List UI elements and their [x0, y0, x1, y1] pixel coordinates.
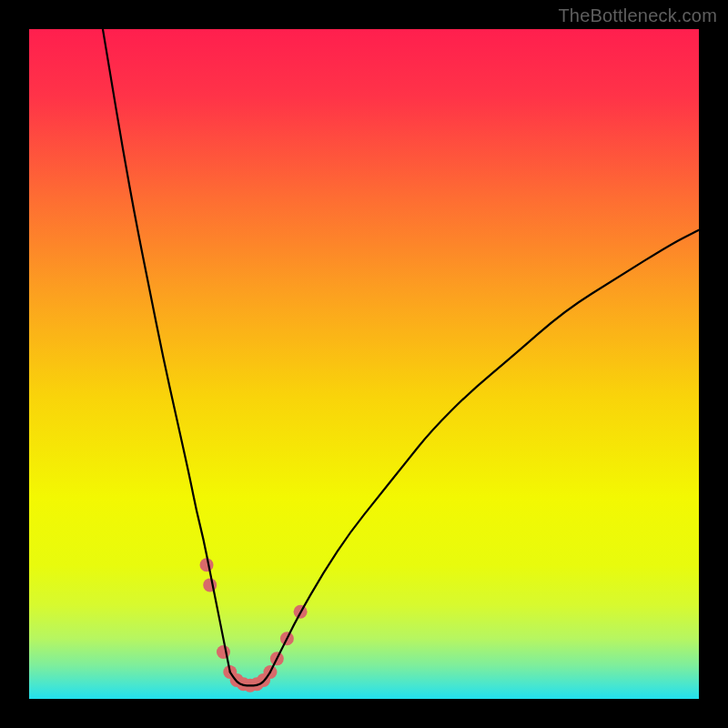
marker-dots [200, 558, 308, 692]
curve-layer [29, 29, 699, 699]
curve-right-branch [270, 230, 699, 672]
marker-dot [217, 645, 230, 659]
chart-frame: TheBottleneck.com [0, 0, 728, 728]
marker-dot [203, 578, 217, 592]
curve-left-branch [103, 29, 230, 672]
marker-dot [200, 558, 214, 571]
watermark-text: TheBottleneck.com [558, 5, 717, 26]
plot-area [29, 29, 699, 699]
